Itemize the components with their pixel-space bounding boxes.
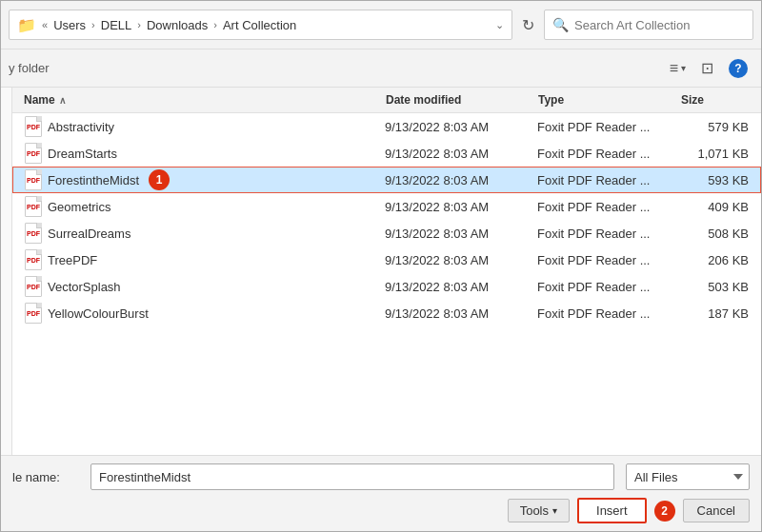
file-type-cell: Foxit PDF Reader ... bbox=[533, 225, 676, 243]
layout-button[interactable]: ⊡ bbox=[695, 55, 719, 81]
file-size-cell: 593 KB bbox=[676, 171, 752, 189]
pdf-file-icon: PDF bbox=[25, 196, 42, 217]
pdf-file-icon: PDF bbox=[25, 303, 42, 324]
table-row[interactable]: PDFDreamStarts9/13/2022 8:03 AMFoxit PDF… bbox=[12, 140, 761, 167]
file-name: Geometrics bbox=[48, 200, 110, 214]
col-header-type[interactable]: Type bbox=[534, 91, 677, 108]
breadcrumb-dropdown-icon[interactable]: ⌄ bbox=[495, 19, 504, 31]
table-row[interactable]: PDFForestintheMidst19/13/2022 8:03 AMFox… bbox=[12, 167, 761, 193]
file-name: Abstractivity bbox=[48, 120, 114, 134]
main-content: Name ∧ Date modified Type Size PDFAbstra… bbox=[1, 88, 761, 455]
table-row[interactable]: PDFGeometrics9/13/2022 8:03 AMFoxit PDF … bbox=[12, 193, 761, 220]
file-size-cell: 206 KB bbox=[676, 251, 752, 269]
file-name-cell: PDFYellowColourBurst bbox=[21, 301, 381, 325]
file-name-cell: PDFVectorSplash bbox=[21, 274, 381, 299]
cancel-button[interactable]: Cancel bbox=[683, 499, 750, 522]
column-headers: Name ∧ Date modified Type Size bbox=[12, 88, 761, 113]
search-input[interactable] bbox=[574, 18, 745, 32]
address-bar: 📁 « Users › DELL › Downloads › Art Colle… bbox=[1, 1, 761, 49]
file-type-cell: Foxit PDF Reader ... bbox=[533, 278, 676, 296]
col-header-size[interactable]: Size bbox=[677, 91, 753, 108]
file-name-cell: PDFForestintheMidst1 bbox=[21, 167, 381, 192]
filename-row: le name: All FilesPDF FilesImage Files bbox=[12, 463, 750, 490]
breadcrumb-sep-2: › bbox=[91, 19, 95, 30]
col-header-date[interactable]: Date modified bbox=[382, 91, 534, 108]
breadcrumb-current: Art Collection bbox=[223, 18, 296, 32]
table-row[interactable]: PDFSurrealDreams9/13/2022 8:03 AMFoxit P… bbox=[12, 220, 761, 246]
breadcrumb-sep-1: « bbox=[42, 19, 48, 30]
file-list: Name ∧ Date modified Type Size PDFAbstra… bbox=[12, 88, 761, 455]
file-size-cell: 579 KB bbox=[676, 118, 752, 136]
file-size-cell: 1,071 KB bbox=[676, 145, 752, 163]
insert-button[interactable]: Insert bbox=[577, 498, 647, 523]
filename-label: le name: bbox=[12, 470, 79, 484]
table-row[interactable]: PDFVectorSplash9/13/2022 8:03 AMFoxit PD… bbox=[12, 273, 761, 300]
table-row[interactable]: PDFAbstractivity9/13/2022 8:03 AMFoxit P… bbox=[12, 113, 761, 140]
help-button[interactable]: ? bbox=[723, 55, 753, 82]
pdf-file-icon: PDF bbox=[25, 223, 42, 244]
file-type-cell: Foxit PDF Reader ... bbox=[533, 198, 676, 216]
file-date-cell: 9/13/2022 8:03 AM bbox=[381, 198, 533, 216]
new-folder-label: y folder bbox=[9, 61, 50, 75]
file-size-cell: 187 KB bbox=[676, 305, 752, 323]
step-2-badge: 2 bbox=[654, 501, 675, 522]
breadcrumb-downloads[interactable]: Downloads bbox=[147, 18, 208, 32]
breadcrumb[interactable]: 📁 « Users › DELL › Downloads › Art Colle… bbox=[9, 10, 512, 40]
file-date-cell: 9/13/2022 8:03 AM bbox=[381, 118, 533, 136]
layout-icon: ⊡ bbox=[701, 59, 713, 77]
sidebar bbox=[1, 88, 12, 455]
file-type-cell: Foxit PDF Reader ... bbox=[533, 171, 676, 189]
step-badge: 1 bbox=[149, 169, 170, 190]
file-name: YellowColourBurst bbox=[48, 306, 149, 321]
tools-button[interactable]: Tools ▾ bbox=[508, 499, 570, 522]
file-type-cell: Foxit PDF Reader ... bbox=[533, 145, 676, 163]
file-rows-container: PDFAbstractivity9/13/2022 8:03 AMFoxit P… bbox=[12, 113, 761, 326]
file-type-cell: Foxit PDF Reader ... bbox=[533, 118, 676, 136]
col-header-name[interactable]: Name ∧ bbox=[20, 91, 382, 108]
file-type-cell: Foxit PDF Reader ... bbox=[533, 251, 676, 269]
file-name-cell: PDFDreamStarts bbox=[21, 141, 381, 166]
bottom-bar: le name: All FilesPDF FilesImage Files T… bbox=[1, 455, 761, 531]
open-file-dialog: 📁 « Users › DELL › Downloads › Art Colle… bbox=[0, 0, 762, 532]
table-row[interactable]: PDFYellowColourBurst9/13/2022 8:03 AMFox… bbox=[12, 300, 761, 326]
pdf-file-icon: PDF bbox=[25, 116, 42, 137]
help-icon: ? bbox=[729, 59, 748, 78]
file-date-cell: 9/13/2022 8:03 AM bbox=[381, 225, 533, 243]
tools-dropdown-icon: ▾ bbox=[552, 505, 557, 516]
file-type-cell: Foxit PDF Reader ... bbox=[533, 305, 676, 323]
refresh-button[interactable]: ↻ bbox=[518, 12, 538, 38]
table-row[interactable]: PDFTreePDF9/13/2022 8:03 AMFoxit PDF Rea… bbox=[12, 246, 761, 273]
file-date-cell: 9/13/2022 8:03 AM bbox=[381, 251, 533, 269]
tools-label: Tools bbox=[520, 503, 549, 518]
filetype-select[interactable]: All FilesPDF FilesImage Files bbox=[626, 463, 750, 490]
toolbar: y folder ≡ ▾ ⊡ ? bbox=[1, 49, 761, 88]
file-name: TreePDF bbox=[48, 253, 97, 267]
search-icon: 🔍 bbox=[552, 17, 569, 32]
breadcrumb-sep-4: › bbox=[213, 19, 217, 30]
view-icon: ≡ bbox=[670, 60, 678, 77]
file-name: ForestintheMidst bbox=[48, 173, 139, 187]
folder-icon: 📁 bbox=[17, 16, 36, 34]
view-dropdown-icon: ▾ bbox=[681, 63, 686, 73]
pdf-file-icon: PDF bbox=[25, 276, 42, 297]
file-name-cell: PDFTreePDF bbox=[21, 247, 381, 272]
file-date-cell: 9/13/2022 8:03 AM bbox=[381, 171, 533, 189]
breadcrumb-dell[interactable]: DELL bbox=[101, 18, 132, 32]
pdf-file-icon: PDF bbox=[25, 143, 42, 164]
breadcrumb-users[interactable]: Users bbox=[53, 18, 86, 32]
view-options-button[interactable]: ≡ ▾ bbox=[664, 56, 692, 81]
file-size-cell: 409 KB bbox=[676, 198, 752, 216]
file-size-cell: 508 KB bbox=[676, 225, 752, 243]
file-date-cell: 9/13/2022 8:03 AM bbox=[381, 305, 533, 323]
file-name-cell: PDFGeometrics bbox=[21, 194, 381, 219]
file-name: VectorSplash bbox=[48, 280, 121, 294]
file-date-cell: 9/13/2022 8:03 AM bbox=[381, 278, 533, 296]
file-size-cell: 503 KB bbox=[676, 278, 752, 296]
file-name-cell: PDFAbstractivity bbox=[21, 114, 381, 139]
filename-input[interactable] bbox=[90, 463, 614, 490]
actions-row: Tools ▾ Insert 2 Cancel bbox=[12, 498, 750, 523]
sort-arrow-icon: ∧ bbox=[59, 95, 66, 106]
search-box: 🔍 bbox=[544, 10, 753, 40]
pdf-file-icon: PDF bbox=[25, 249, 42, 270]
file-name: SurrealDreams bbox=[48, 227, 130, 241]
